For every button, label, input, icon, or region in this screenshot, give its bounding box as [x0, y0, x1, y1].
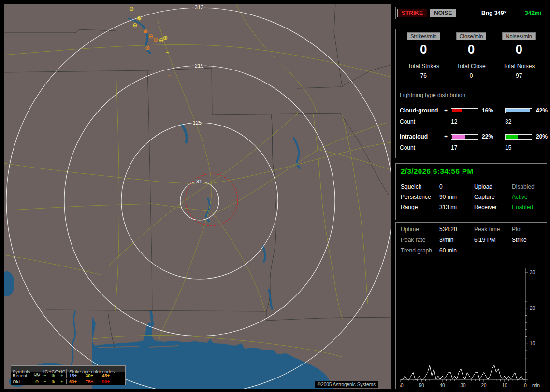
- bearing-readout: Bng 349° 342mi: [478, 9, 545, 17]
- legend-age-code: 15+: [66, 373, 86, 378]
- rate-chip: Strikes/min: [407, 32, 440, 40]
- rate-value: 0: [448, 42, 495, 57]
- svg-text:min: min: [532, 383, 540, 388]
- device-key: Receiver: [474, 204, 512, 210]
- peak-time-label: Peak time: [474, 226, 512, 233]
- minus-bar: [505, 134, 532, 140]
- peak-rate-value: 3/min: [439, 237, 474, 243]
- strike-symbol: −: [165, 49, 169, 55]
- svg-text:20: 20: [481, 383, 487, 388]
- setting-value: 0: [439, 183, 474, 190]
- legend-row: Recent⊖−⊕+15+30+45+: [11, 372, 125, 378]
- range-ring-label: 313: [194, 4, 204, 10]
- count-label: Count: [400, 144, 444, 151]
- legend-row-label: Recent: [13, 373, 33, 378]
- device-state: Disabled: [512, 183, 542, 190]
- range-ring-label: 125: [192, 120, 203, 126]
- svg-text:50: 50: [419, 383, 424, 388]
- peak-time-value: 6:19 PM: [474, 237, 512, 243]
- svg-text:30: 30: [460, 383, 466, 388]
- minus-count: 32: [505, 118, 534, 125]
- strike-symbol: ⊖: [153, 37, 158, 42]
- distribution-title: Lightning type distribution: [400, 92, 543, 100]
- total-value: 76: [400, 72, 448, 79]
- svg-text:20: 20: [530, 306, 536, 311]
- plus-bar: [451, 108, 478, 113]
- minus-percent: 42%: [534, 107, 550, 114]
- indicator-bar: STRIKE NOISE Bng 349° 342mi: [395, 7, 547, 19]
- setting-value: 313 mi: [439, 204, 474, 210]
- rate-column: Close/min 0 Total Close 0: [448, 32, 495, 79]
- trend-graph-label: Trend graph: [401, 247, 439, 254]
- legend-row: Old⊖−⊕+60+75+90+: [11, 378, 125, 385]
- trend-series-line: [401, 365, 525, 380]
- device-state: Enabled: [512, 204, 542, 210]
- trend-graph: 1020306050403020100min: [400, 264, 543, 390]
- legend-age-code: 45+: [102, 373, 118, 378]
- strike-symbol: ⊕: [163, 35, 168, 41]
- plot-value: Strike: [512, 237, 542, 243]
- strike-symbol: ⊕: [145, 45, 150, 51]
- uptime-label: Uptime: [401, 226, 439, 233]
- minus-sign: –: [498, 133, 505, 140]
- rate-columns: Strikes/min 0 Total Strikes 76 Close/min…: [400, 32, 543, 79]
- bearing-value: Bng 349°: [481, 10, 506, 16]
- nexstorm-window: 31321912531 ⊖⊕⊖⊕⊖⊖⊖⊕⊕−− Symbols-CG-IC+CG…: [0, 0, 550, 392]
- legend-symbol-glyph: +: [58, 373, 66, 378]
- svg-text:30: 30: [530, 270, 536, 275]
- settings-grid: Squelch 0 Upload DisabledPersistence 90 …: [401, 183, 542, 210]
- statistics-box: Strikes/min 0 Total Strikes 76 Close/min…: [395, 29, 547, 158]
- strike-indicator-button[interactable]: STRIKE: [397, 9, 427, 17]
- session-box: Uptime 534:20 Peak time Plot Peak rate 3…: [395, 222, 547, 389]
- lightning-map[interactable]: 31321912531 ⊖⊕⊖⊕⊖⊖⊖⊕⊕−− Symbols-CG-IC+CG…: [4, 4, 391, 389]
- alarm-zone-circle: [186, 174, 238, 226]
- device-key: Upload: [474, 183, 512, 190]
- legend-row-label: Old: [13, 379, 33, 384]
- minus-sign: –: [498, 107, 505, 114]
- plus-count: 17: [451, 144, 480, 151]
- count-row: Count 12 32: [400, 116, 543, 127]
- plus-count: 12: [451, 118, 480, 125]
- session-grid: Uptime 534:20 Peak time Plot Peak rate 3…: [401, 226, 542, 254]
- range-ring-label: 219: [194, 63, 204, 69]
- map-canvas: [4, 4, 391, 389]
- legend-symbol-glyph: −: [41, 373, 49, 378]
- strike-symbol: ⊖: [148, 33, 153, 39]
- legend-symbol-glyph: −: [41, 379, 49, 384]
- rate-value: 0: [400, 42, 448, 57]
- legend-symbol-glyph: ⊖: [33, 379, 41, 384]
- setting-value: 90 min: [439, 194, 474, 200]
- legend-symbol-glyph: ⊖: [33, 373, 41, 378]
- total-label: Total Close: [448, 63, 495, 70]
- rate-value: 0: [495, 42, 543, 57]
- minus-bar: [505, 108, 532, 113]
- distribution-rows: Cloud-ground + 16% – 42% Count 12 32 Int…: [400, 105, 543, 154]
- total-value: 97: [495, 72, 543, 79]
- legend-header-row: Symbols-CG-IC+CG+ICStrike age color code…: [11, 366, 125, 372]
- plus-bar: [451, 134, 478, 140]
- legend-age-code: 60+: [66, 379, 86, 384]
- divider: [401, 179, 542, 179]
- minus-percent: 20%: [534, 133, 550, 140]
- svg-text:40: 40: [439, 383, 445, 388]
- range-ring-label: 31: [195, 179, 203, 184]
- plus-sign: +: [444, 107, 451, 114]
- strike-symbol: ⊖: [129, 6, 134, 12]
- setting-key: Range: [401, 204, 439, 210]
- clock-settings-box: 2/3/2026 6:34:56 PM Squelch 0 Upload Dis…: [395, 163, 547, 220]
- legend-symbol-glyph: ⊕: [49, 379, 58, 384]
- svg-text:60: 60: [400, 383, 404, 388]
- distribution-row: Cloud-ground + 16% – 42%: [400, 105, 543, 116]
- noise-indicator-button[interactable]: NOISE: [430, 9, 456, 17]
- bearing-distance: 342mi: [525, 10, 541, 16]
- datetime-readout: 2/3/2026 6:34:56 PM: [401, 167, 542, 175]
- rate-column: Noises/min 0 Total Noises 97: [495, 32, 543, 79]
- count-label: Count: [400, 118, 444, 125]
- rate-column: Strikes/min 0 Total Strikes 76: [400, 32, 448, 79]
- svg-text:10: 10: [530, 341, 536, 346]
- device-key: Capture: [474, 194, 512, 200]
- rate-chip: Noises/min: [502, 32, 535, 40]
- count-row: Count 17 15: [400, 142, 543, 154]
- setting-key: Squelch: [401, 183, 439, 190]
- copyright-credit: ©2005 Astrogenic Systems: [315, 381, 378, 388]
